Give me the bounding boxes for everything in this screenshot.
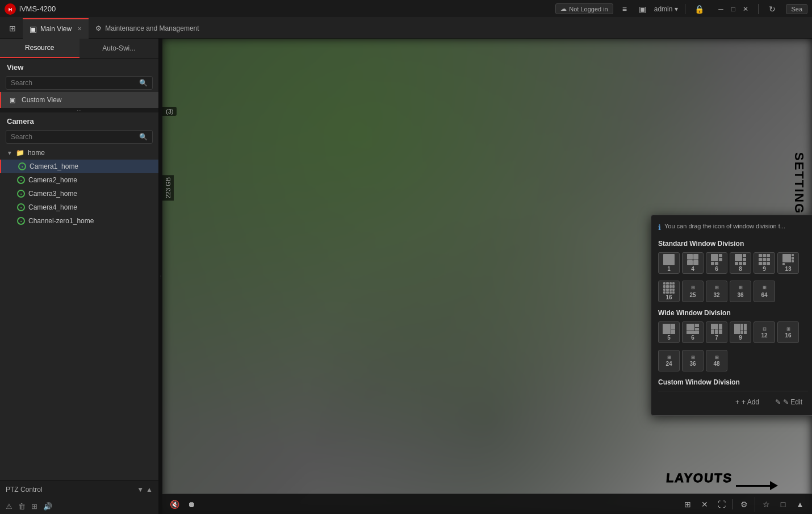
fullscreen-button[interactable]: ⛶	[714, 497, 729, 512]
volume-off-button[interactable]: 🔇	[167, 497, 182, 512]
layout-25[interactable]: ⊞ 25	[682, 281, 704, 302]
refresh-button[interactable]: ↻	[765, 2, 779, 16]
camera-item-2[interactable]: Camera2_home	[0, 173, 158, 187]
camera-section-header: Camera	[0, 112, 158, 128]
left-badge: (3)	[162, 107, 177, 116]
edit-icon: ✎	[775, 398, 781, 406]
sidebar-divider[interactable]: ···	[0, 108, 158, 112]
title-bar-right: ☁ Not Logged in ≡ ▣ admin ▾ 🔒 ─ □ ✕ ↻ Se…	[555, 2, 807, 16]
main-layout: Resource Auto-Swi... View 🔍 ▣ Custom Vie…	[0, 39, 812, 514]
wide-layout-24[interactable]: ⊞ 24	[658, 350, 680, 371]
ptz-down-btn[interactable]: ▼	[137, 486, 144, 494]
camera-label-4: Camera4_home	[28, 203, 77, 211]
custom-view-label: Custom View	[22, 96, 61, 104]
tab-main-view[interactable]: ▣ Main View ✕	[23, 18, 89, 39]
sidebar-tab-resource[interactable]: Resource	[0, 39, 79, 58]
view-area: (3) 223 GB LAYOUTS SETTINGS ℹ You can dr…	[162, 39, 812, 514]
close-view-button[interactable]: ✕	[697, 497, 712, 512]
wide-layout-36[interactable]: ⊞ 36	[682, 350, 704, 371]
split-icon[interactable]: ⊞	[31, 502, 37, 511]
standard-division-grid: 1 4 6	[658, 252, 808, 274]
layout-6[interactable]: 6	[706, 252, 727, 274]
menu-icon[interactable]: ≡	[618, 2, 631, 16]
layout-32[interactable]: ⊞ 32	[706, 281, 727, 302]
edit-division-button[interactable]: ✎ ✎ Edit	[769, 396, 808, 408]
layout-4[interactable]: 4	[682, 252, 704, 274]
camera-tree: ▼ 📁 home Camera1_home Camera2_home Camer…	[0, 146, 158, 480]
wide-layout-5[interactable]: 5	[658, 321, 680, 343]
layout-36[interactable]: ⊞ 36	[730, 281, 751, 302]
wide-layout-9[interactable]: 9	[730, 321, 751, 343]
ptz-bar: PTZ Control ▼ ▲	[0, 480, 158, 498]
settings-button[interactable]: ⚙	[736, 497, 751, 512]
layout-13[interactable]: 13	[777, 252, 799, 274]
ptz-up-btn[interactable]: ▲	[146, 486, 153, 494]
popup-footer: + + Add ✎ ✎ Edit	[658, 391, 808, 408]
delete-icon[interactable]: 🗑	[18, 502, 26, 511]
ptz-controls: ▼ ▲	[137, 486, 153, 494]
close-button[interactable]: ✕	[740, 3, 751, 15]
view-section: View 🔍 ▣ Custom View	[0, 58, 158, 108]
wide-layout-48[interactable]: ⊞ 48	[706, 350, 727, 371]
camera-label-5: Channel-zero1_home	[28, 217, 94, 225]
cloud-login-button[interactable]: ☁ Not Logged in	[555, 3, 613, 14]
sidebar-tabs: Resource Auto-Swi...	[0, 39, 158, 58]
window-division-popup: ℹ You can drag the icon of window divisi…	[651, 215, 812, 416]
alert-icon[interactable]: ⚠	[6, 502, 12, 511]
volume-icon[interactable]: 🔊	[43, 502, 52, 511]
custom-division-title: Custom Window Division	[658, 378, 808, 386]
wide-layout-16[interactable]: ⊞ 16	[777, 321, 799, 343]
layout-1[interactable]: 1	[658, 252, 680, 274]
star-button[interactable]: ☆	[759, 497, 773, 512]
minimize-button[interactable]: ─	[715, 3, 726, 15]
layout-grid-button[interactable]: ⊞	[680, 497, 695, 512]
popup-info: ℹ You can drag the icon of window divisi…	[658, 222, 808, 233]
expand-button[interactable]: ▲	[793, 497, 807, 512]
title-bar: H iVMS-4200 ☁ Not Logged in ≡ ▣ admin ▾ …	[0, 0, 812, 18]
tab-bar: ⊞ ▣ Main View ✕ ⚙ Maintenance and Manage…	[0, 18, 812, 39]
tab-maintenance[interactable]: ⚙ Maintenance and Management	[89, 18, 206, 39]
tree-item-home[interactable]: ▼ 📁 home	[0, 146, 158, 160]
layout-16[interactable]: 16	[658, 281, 680, 302]
camera-item-4[interactable]: Camera4_home	[0, 200, 158, 214]
camera-search-box[interactable]: 🔍	[6, 130, 153, 144]
sidebar-tab-auto-switch[interactable]: Auto-Swi...	[79, 39, 159, 58]
wide-layout-6[interactable]: 6	[682, 321, 704, 343]
cam-status-1	[18, 162, 26, 170]
view-search-box[interactable]: 🔍	[6, 76, 153, 90]
camera-label-3: Camera3_home	[28, 190, 77, 198]
camera-item-1[interactable]: Camera1_home	[0, 160, 158, 173]
record-button[interactable]: ⏺	[184, 497, 199, 512]
separator2	[758, 4, 759, 14]
layout-64[interactable]: ⊞ 64	[754, 281, 775, 302]
camera-item-3[interactable]: Camera3_home	[0, 187, 158, 200]
view-toolbar: 🔇 ⏺ ⊞ ✕ ⛶ ⚙ ☆ □ ▲	[162, 494, 812, 514]
view-search-input[interactable]	[11, 79, 139, 87]
layouts-arrow	[736, 481, 778, 490]
separator	[685, 4, 685, 14]
add-division-button[interactable]: + + Add	[730, 396, 765, 408]
maximize-button[interactable]: □	[727, 3, 739, 15]
search-bar-mini[interactable]: Sea	[786, 4, 807, 14]
tab-grid-icon[interactable]: ⊞	[5, 20, 20, 36]
window-button[interactable]: □	[776, 497, 790, 512]
monitor-icon[interactable]: ▣	[636, 2, 650, 16]
camera-item-5[interactable]: Channel-zero1_home	[0, 214, 158, 228]
window-controls: ─ □ ✕	[715, 3, 751, 15]
app-name: iVMS-4200	[19, 5, 56, 13]
tab-main-view-close[interactable]: ✕	[77, 26, 82, 32]
admin-button[interactable]: admin ▾	[654, 5, 679, 13]
svg-text:H: H	[9, 7, 12, 12]
lock-icon[interactable]: 🔒	[692, 2, 706, 16]
standard-division-title: Standard Window Division	[658, 240, 808, 248]
wide-layout-12[interactable]: ⊟ 12	[754, 321, 775, 343]
layout-9[interactable]: 9	[754, 252, 775, 274]
layout-8[interactable]: 8	[730, 252, 751, 274]
wide-layout-7[interactable]: 7	[706, 321, 727, 343]
custom-view-icon: ▣	[8, 95, 17, 105]
camera-search-input[interactable]	[11, 133, 139, 141]
standard-division-grid-2: 16 ⊞ 25 ⊞ 32 ⊞ 36 ⊞	[658, 281, 808, 302]
wide-division-title: Wide Window Division	[658, 309, 808, 317]
custom-view-item[interactable]: ▣ Custom View	[0, 92, 158, 108]
layouts-annotation: LAYOUTS	[665, 471, 733, 486]
